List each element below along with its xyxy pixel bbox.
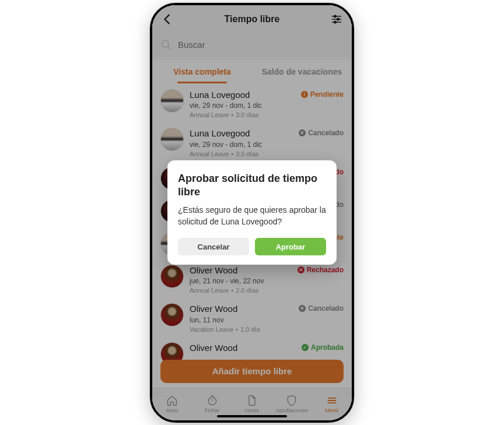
approve-modal: Aprobar solicitud de tiempo libre ¿Estás…: [167, 160, 337, 265]
modal-overlay[interactable]: Aprobar solicitud de tiempo libre ¿Estás…: [152, 5, 352, 420]
modal-actions: Cancelar Aprobar: [178, 238, 326, 255]
modal-body: ¿Estás seguro de que quieres aprobar la …: [178, 205, 326, 227]
screen: Tiempo libre Vista completa Saldo de vac…: [152, 5, 352, 420]
phone-frame: Tiempo libre Vista completa Saldo de vac…: [150, 3, 354, 423]
approve-button[interactable]: Aprobar: [255, 238, 326, 255]
modal-title: Aprobar solicitud de tiempo libre: [178, 172, 326, 199]
cancel-button[interactable]: Cancelar: [178, 238, 249, 255]
